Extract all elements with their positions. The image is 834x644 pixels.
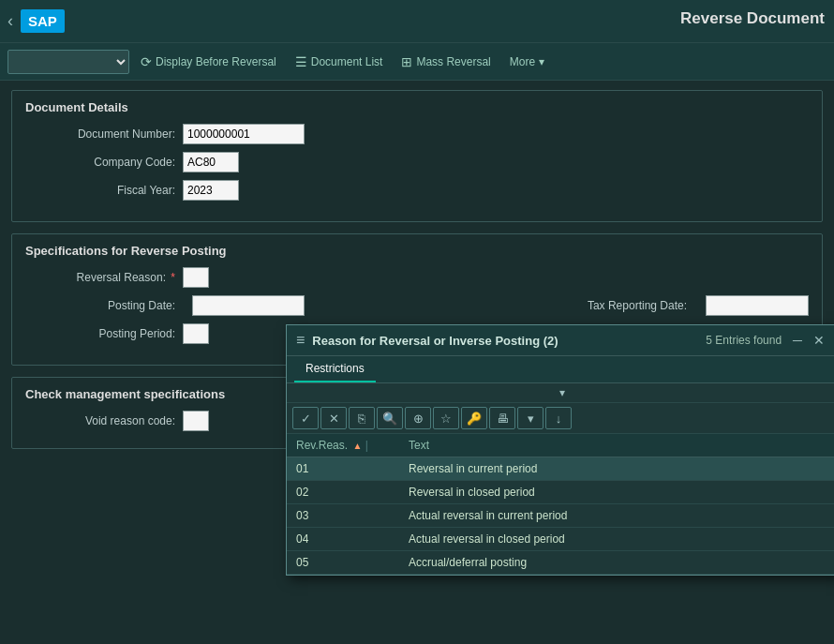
table-cell-text: Accrual/deferral posting: [399, 551, 834, 575]
table-row[interactable]: 01Reversal in current period: [287, 457, 834, 481]
tax-reporting-date-label: Tax Reporting Date:: [537, 299, 687, 312]
popup-key-button[interactable]: 🔑: [461, 407, 487, 429]
document-details-title: Document Details: [25, 100, 809, 114]
display-icon: ⟳: [141, 54, 152, 69]
table-cell-rev-reas: 01: [287, 457, 399, 481]
company-code-label: Company Code:: [25, 156, 175, 169]
table-cell-rev-reas: 05: [287, 551, 399, 575]
void-reason-code-label: Void reason code:: [25, 414, 175, 427]
popup-minimize-button[interactable]: ─: [789, 331, 806, 350]
popup-print-button[interactable]: 🖶: [489, 407, 515, 429]
table-row[interactable]: 03Actual reversal in current period: [287, 504, 834, 528]
required-star: *: [171, 271, 175, 284]
document-list-button[interactable]: ☰ Document List: [288, 51, 391, 73]
popup-search-plus-button[interactable]: ⊕: [405, 407, 431, 429]
popup-close-button[interactable]: ✕: [810, 331, 828, 350]
popup-header: ≡ Reason for Reversal or Inverse Posting…: [287, 325, 834, 356]
popup-star-button[interactable]: ☆: [433, 407, 459, 429]
table-cell-text: Reversal in current period: [399, 457, 834, 481]
table-cell-text: Actual reversal in closed period: [399, 528, 834, 551]
document-number-row: Document Number:: [25, 124, 809, 144]
posting-date-input[interactable]: [192, 295, 305, 316]
popup-print-arrow-button[interactable]: ▾: [517, 407, 544, 429]
popup-controls: ─ ✕: [789, 331, 828, 350]
toolbar: ⟳ Display Before Reversal ☰ Document Lis…: [0, 43, 834, 81]
popup-search-button[interactable]: 🔍: [377, 407, 403, 429]
mass-reversal-icon: ⊞: [401, 54, 412, 69]
fiscal-year-row: Fiscal Year:: [25, 180, 809, 201]
void-reason-code-input[interactable]: [183, 411, 209, 431]
sort-arrow-rev-reas: ▲: [352, 441, 362, 451]
posting-date-label: Posting Date:: [25, 299, 175, 312]
col-header-rev-reas: Rev.Reas. ▲ |: [287, 434, 399, 457]
document-details-section: Document Details Document Number: Compan…: [11, 90, 823, 222]
popup-tabs: Restrictions: [287, 356, 834, 383]
more-button[interactable]: More ▾: [502, 52, 552, 72]
display-before-reversal-button[interactable]: ⟳ Display Before Reversal: [133, 51, 284, 73]
reversal-reason-input[interactable]: [183, 267, 209, 288]
table-row[interactable]: 04Actual reversal in closed period: [287, 528, 834, 551]
posting-period-input[interactable]: [183, 323, 209, 344]
table-cell-text: Actual reversal in current period: [399, 504, 834, 528]
expand-arrow-icon[interactable]: ▾: [559, 386, 565, 399]
document-number-label: Document Number:: [25, 127, 175, 141]
table-cell-rev-reas: 02: [287, 481, 399, 504]
col-resize-rev-reas[interactable]: |: [365, 439, 369, 452]
page-title: Reverse Document: [680, 9, 825, 28]
mass-reversal-button[interactable]: ⊞ Mass Reversal: [394, 51, 498, 73]
fiscal-year-input[interactable]: [183, 180, 239, 201]
popup-expand-row: ▾: [287, 383, 834, 403]
company-code-input[interactable]: [183, 152, 239, 172]
table-cell-text: Reversal in closed period: [399, 481, 834, 504]
reversal-reason-popup: ≡ Reason for Reversal or Inverse Posting…: [286, 324, 834, 576]
posting-period-label: Posting Period:: [25, 327, 175, 340]
popup-cancel-button[interactable]: ✕: [320, 407, 347, 429]
more-chevron-icon: ▾: [539, 55, 544, 68]
reversal-reason-table: Rev.Reas. ▲ | Text 01Reversal in current…: [287, 434, 834, 575]
popup-table-container: Rev.Reas. ▲ | Text 01Reversal in current…: [287, 434, 834, 575]
sap-logo: SAP: [21, 9, 65, 33]
toolbar-dropdown[interactable]: [7, 50, 129, 74]
popup-download-button[interactable]: ↓: [545, 407, 572, 429]
document-number-input[interactable]: [183, 124, 305, 144]
popup-menu-icon[interactable]: ≡: [296, 332, 305, 349]
top-bar: ‹ SAP Reverse Document: [0, 0, 834, 43]
table-cell-rev-reas: 03: [287, 504, 399, 528]
company-code-row: Company Code:: [25, 152, 809, 172]
table-row[interactable]: 02Reversal in closed period: [287, 481, 834, 504]
tab-restrictions[interactable]: Restrictions: [294, 356, 376, 382]
tax-reporting-date-input[interactable]: [706, 295, 809, 316]
doc-list-icon: ☰: [295, 54, 307, 69]
back-button[interactable]: ‹: [7, 11, 13, 31]
main-content: Document Details Document Number: Compan…: [0, 81, 834, 470]
table-cell-rev-reas: 04: [287, 528, 399, 551]
popup-title: Reason for Reversal or Inverse Posting (…: [312, 334, 698, 348]
reversal-reason-row: Reversal Reason: *: [25, 267, 809, 288]
reverse-posting-title: Specifications for Reverse Posting: [25, 244, 809, 258]
popup-entries: 5 Entries found: [706, 334, 782, 347]
reversal-reason-label: Reversal Reason: *: [25, 271, 175, 284]
posting-date-row: Posting Date: Tax Reporting Date:: [25, 295, 809, 316]
fiscal-year-label: Fiscal Year:: [25, 184, 175, 197]
table-row[interactable]: 05Accrual/deferral posting: [287, 551, 834, 575]
popup-copy-button[interactable]: ⎘: [349, 407, 375, 429]
popup-check-button[interactable]: ✓: [292, 407, 319, 429]
col-header-text: Text: [399, 434, 834, 457]
popup-icon-toolbar: ✓ ✕ ⎘ 🔍 ⊕ ☆ 🔑 🖶 ▾ ↓: [287, 403, 834, 434]
